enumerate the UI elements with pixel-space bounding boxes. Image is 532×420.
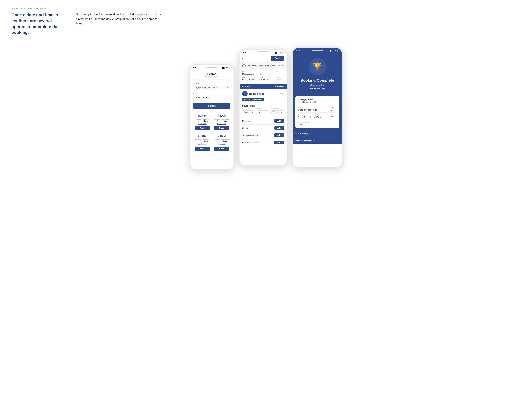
use-saved-options-button[interactable]: USE SAVED OPTIONS — [242, 98, 264, 101]
guest-options: Cart, Caddy, LadiesRH — [298, 101, 337, 103]
book-button-2[interactable]: Book — [195, 147, 210, 151]
slot-reg-col-0: Registered None — [202, 118, 209, 122]
battery-icon-2: 🔋 — [282, 52, 284, 54]
phone2-nav: ‹ Book — [240, 54, 287, 62]
time-select[interactable]: 8:15AM — [259, 78, 273, 80]
buddies-add-button[interactable]: Add — [274, 140, 284, 145]
book-header-button[interactable]: Book — [271, 56, 284, 61]
transport-col: Transportation None — [242, 108, 255, 114]
phone1-body: Search for times to play Course Mystic r… — [190, 70, 234, 155]
slot-avail-col-2: Available 4 — [195, 139, 201, 142]
trophy-icon: 🏆 — [313, 62, 322, 71]
time-slot-row-1: 8:15AM Available 4 Registered None Qui — [193, 113, 231, 132]
time-value-p2: 8:15AM — [259, 78, 266, 80]
booking-complete-title: Booking Complete — [297, 78, 338, 83]
header-section: BOOKING & CONFIRMATION Once a date and t… — [11, 8, 521, 35]
transport-select[interactable]: None — [242, 110, 255, 114]
slot-stats-1: Available 4 Registered None — [214, 118, 229, 122]
tbd-add-button[interactable]: Add — [274, 133, 284, 137]
time-slots: 8:15AM Available 4 Registered None Qui — [190, 111, 234, 155]
guest-row: Guest Add — [242, 125, 284, 132]
book-button-3[interactable]: Book — [214, 147, 229, 151]
caddy-chevron-icon — [266, 112, 268, 113]
trophy-section: 🏆 Booking Complete Confrmation No. RI000… — [293, 52, 342, 94]
tbd-label: To Be Determined — [242, 134, 259, 136]
detail-row-place: Place Mystic river golf course Tee 1 — [242, 71, 284, 75]
tee-col: Tee 1 — [276, 71, 284, 75]
place-value: Mystic river golf course — [242, 73, 273, 75]
extend-link[interactable]: EXTEND — [276, 65, 284, 67]
info-place-label: Place — [298, 107, 329, 108]
slot-avail-col-3: Available 4 — [214, 139, 220, 142]
print-confirmation-button[interactable]: Print Confirmation — [296, 137, 339, 144]
phone-booking-complete: 9:30 ▌▌▌ ≋ 🔋 🏆 Booking Complete Confrmat… — [292, 47, 343, 168]
status-bar-1: 9:30 ▌▌▌ ≋ 🔋 — [190, 65, 234, 70]
booking-info-card: Mr Roger Smith Cart, Caddy, LadiesRH Pla… — [296, 96, 339, 128]
info-date-col: Date Friday, June 15 — [298, 114, 313, 118]
caddy-col: Caddy None — [257, 108, 270, 114]
tbd-row: To Be Determined Add — [242, 132, 284, 139]
info-date-value: Friday, June 15 — [298, 116, 313, 118]
time-col: Time 8:15AM — [259, 76, 273, 80]
slot-avail-col-1: Available 4 — [214, 118, 220, 122]
player-header: 👤 Roger Smith CANCEL — [242, 91, 284, 96]
place-col: Place Mystic river golf course — [242, 71, 273, 75]
phone-search: 9:30 ▌▌▌ ≋ 🔋 Search for times to play Co… — [189, 64, 235, 170]
rental-value: None — [273, 111, 278, 113]
quick-book-3[interactable]: Quick book — [214, 143, 229, 145]
slot-header-players: 3 Players — [275, 85, 284, 88]
player-card: 👤 Roger Smith CANCEL USE SAVED OPTIONS — [240, 89, 287, 103]
member-row: Member Add — [242, 117, 284, 125]
time-3: 9:30 — [296, 50, 300, 52]
quick-book-2[interactable]: Quick book — [195, 143, 210, 145]
date-col: Date Friday, June 15 — [242, 76, 256, 80]
wifi-icon-3: ≋ — [335, 50, 336, 52]
description: Such as quick booking, normal booking in… — [76, 12, 163, 26]
cancel-link[interactable]: CANCEL — [277, 93, 284, 95]
timer-text: 1:30 left to complete this booking — [247, 65, 275, 67]
quick-book-0[interactable]: Quick book — [195, 123, 210, 125]
hole-chevron-icon — [279, 79, 281, 80]
caddy-select[interactable]: None — [257, 110, 270, 114]
tee-value: 1 — [276, 73, 284, 75]
rental-col: Rental Clubs None — [271, 108, 284, 114]
transport-value: None — [244, 111, 249, 113]
guest-add-button[interactable]: Add — [274, 126, 284, 130]
back-arrow[interactable]: ‹ — [242, 57, 243, 60]
info-row-date: Date Friday, June 15 Time 8:15AM Hole 18 — [298, 114, 337, 118]
hole-label: Hole — [276, 76, 284, 78]
booking-details: Place Mystic river golf course Tee 1 Dat… — [240, 69, 287, 84]
edit-booking-button[interactable]: Edit Booking — [296, 130, 339, 137]
time-label-p2: Time — [259, 76, 273, 78]
options-title: Player options — [242, 105, 284, 107]
quick-book-1[interactable]: Quick book — [214, 123, 229, 125]
member-add-button[interactable]: Add — [274, 119, 284, 123]
course-input[interactable]: Mystic river golf course — [193, 85, 231, 90]
caddy-value: None — [259, 111, 263, 113]
wifi-icon-2: ≋ — [280, 52, 281, 54]
buddies-row: Buddies & Groups Add — [242, 139, 284, 146]
confirmation-label: Confrmation No. — [297, 84, 338, 86]
search-button[interactable]: Search — [193, 103, 231, 109]
time-slot-3: 8:52AM Available 4 Registered None Qui — [213, 133, 231, 152]
rental-select[interactable]: None — [271, 110, 284, 114]
transport-label: Transportation — [242, 108, 255, 110]
notes-label: Request / Notes — [298, 121, 337, 123]
slot-time-1: 8:22AM — [214, 115, 229, 117]
slot-stats-2: Available 4 Registered None — [195, 139, 210, 142]
timer-bar: 1:30 left to complete this booking EXTEN… — [240, 62, 287, 69]
slot-stats-0: Available 4 Registered None — [195, 118, 210, 122]
date-value-p2: Friday, June 15 — [242, 78, 256, 80]
info-tee-col: Tee 1 — [331, 107, 337, 111]
hole-select[interactable]: 18 — [276, 78, 284, 80]
slot-reg-col-1: Registered None — [221, 118, 229, 122]
slot-header: 8:15AM 3 Players — [240, 84, 287, 89]
timer-circle-icon — [242, 64, 246, 67]
date-label: Date — [193, 92, 231, 94]
course-label: Course — [193, 82, 231, 84]
signal-icon-2: ▌▌▌ — [275, 52, 279, 54]
book-button-0[interactable]: Book — [195, 126, 210, 130]
book-button-1[interactable]: Book — [214, 126, 229, 130]
transport-chevron-icon — [252, 112, 253, 113]
date-input[interactable]: June 11th 2018 — [193, 95, 231, 100]
